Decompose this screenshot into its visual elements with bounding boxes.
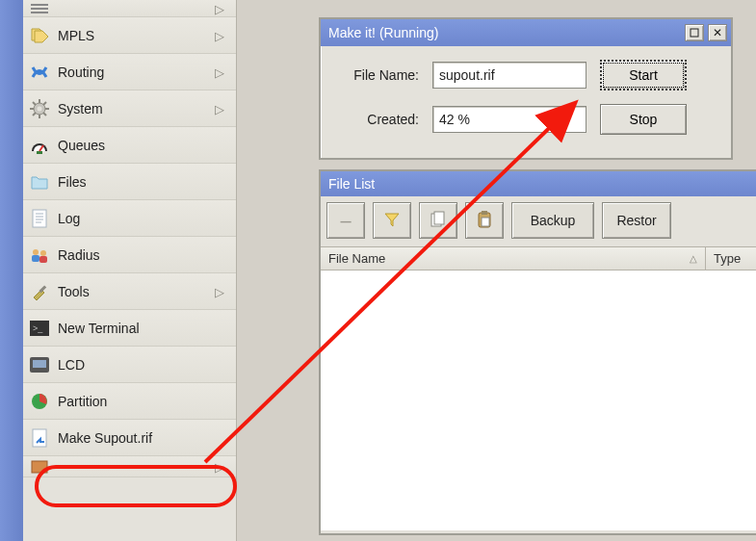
svg-line-12 [43,113,46,116]
sidebar-item-label: Files [58,174,87,190]
dialog-body: File Name: Start Created: Stop [321,46,731,148]
svg-rect-0 [31,4,48,6]
folder-icon [29,171,50,193]
sidebar-item-top[interactable]: ▷ [23,0,236,17]
sidebar-item-label: Routing [58,64,104,80]
sidebar-item-mpls[interactable]: MPLS ▷ [23,17,236,54]
sidebar-item-partition[interactable]: Partition [23,383,236,420]
svg-point-6 [38,106,42,111]
users-icon [29,245,50,266]
sidebar-item-label: LCD [58,357,85,373]
sidebar-item-routing[interactable]: Routing ▷ [23,54,236,90]
svg-rect-32 [33,429,46,447]
sidebar-item-label: Queues [58,138,105,153]
filelist-toolbar: – Backup Restor [321,196,756,247]
created-label: Created: [330,112,419,127]
log-icon [29,208,50,229]
file-name-input[interactable] [432,62,587,89]
svg-point-22 [33,249,39,255]
svg-marker-4 [35,31,48,42]
gear-icon [29,98,50,119]
svg-marker-35 [385,214,399,226]
created-value [432,106,587,133]
copy-button[interactable] [419,202,457,239]
sidebar-item-label: New Terminal [58,321,140,336]
column-file-name[interactable]: File Name △ [321,247,706,270]
column-type[interactable]: Type [706,247,756,270]
sidebar-item-bottom[interactable]: ▷ [23,456,236,477]
content-area: Make it! (Running) ✕ File Name: Start Cr… [237,0,756,541]
lcd-icon [29,354,50,375]
sidebar-item-files[interactable]: Files [23,164,236,200]
svg-rect-2 [31,12,48,13]
filelist-title: File List [328,176,752,192]
sort-asc-icon: △ [690,253,697,264]
sidebar-item-label: MPLS [58,28,94,43]
makefile-icon [29,427,50,449]
sidebar-menu: ▷ MPLS ▷ Routing ▷ System ▷ Queues Files… [23,0,237,541]
sidebar-item-label: Tools [58,284,90,299]
copy-icon [430,211,446,231]
minimize-button[interactable] [685,24,704,41]
chevron-right-icon: ▷ [215,64,224,79]
gauge-icon [29,135,50,156]
file-list-window: File List – Backup Restor File Name △ Ty… [319,169,756,535]
pie-icon [29,391,50,412]
chevron-right-icon: ▷ [215,459,224,474]
sidebar-item-system[interactable]: System ▷ [23,90,236,127]
remove-button[interactable]: – [326,202,365,239]
bars-icon [29,0,50,19]
make-it-dialog: Make it! (Running) ✕ File Name: Start Cr… [319,17,733,160]
sidebar-item-label: Log [58,211,80,226]
restore-button[interactable]: Restor [602,202,671,239]
filelist-body[interactable] [321,270,756,530]
routing-icon [29,62,50,83]
backup-button[interactable]: Backup [511,202,594,239]
window-left-accent [0,0,23,541]
sidebar-item-queues[interactable]: Queues [23,127,236,164]
tools-icon [29,281,50,302]
sidebar-item-label: Partition [58,394,107,409]
sidebar-item-label: System [58,101,103,116]
stop-button[interactable]: Stop [600,104,687,135]
svg-rect-16 [37,151,42,154]
sidebar-item-label: Radius [58,247,100,263]
sidebar-item-lcd[interactable]: LCD [23,347,236,383]
dialog-titlebar[interactable]: Make it! (Running) ✕ [321,19,731,46]
svg-line-13 [43,102,46,105]
terminal-icon: >_ [29,318,50,339]
chevron-right-icon: ▷ [215,101,224,116]
funnel-icon [384,212,400,230]
close-button[interactable]: ✕ [708,24,727,41]
svg-point-24 [40,250,46,256]
tags-icon [29,25,50,46]
svg-rect-33 [32,461,47,473]
start-button[interactable]: Start [600,60,687,90]
chevron-right-icon: ▷ [215,28,224,42]
dialog-title: Make it! (Running) [328,25,681,40]
paste-button[interactable] [465,202,504,239]
svg-line-14 [33,113,36,116]
svg-rect-17 [33,210,46,227]
chevron-right-icon: ▷ [215,1,224,15]
svg-rect-30 [33,360,46,368]
svg-rect-1 [31,8,48,10]
svg-rect-34 [691,29,698,37]
filelist-titlebar[interactable]: File List [321,171,756,196]
sidebar-item-label: Make Supout.rif [58,430,152,446]
sidebar-item-new-terminal[interactable]: >_ New Terminal [23,310,236,347]
svg-rect-25 [39,256,47,263]
book-icon [29,456,50,477]
svg-rect-40 [482,218,489,226]
sidebar-item-make-supout[interactable]: Make Supout.rif [23,420,236,456]
column-label: Type [714,251,741,266]
minus-icon: – [340,210,351,232]
sidebar-item-tools[interactable]: Tools ▷ [23,273,236,310]
sidebar-item-radius[interactable]: Radius [23,237,236,273]
svg-line-11 [33,102,36,105]
filter-button[interactable] [373,202,411,239]
sidebar-item-log[interactable]: Log [23,200,236,237]
svg-rect-23 [32,255,39,262]
svg-rect-39 [482,211,487,215]
column-label: File Name [328,251,385,266]
